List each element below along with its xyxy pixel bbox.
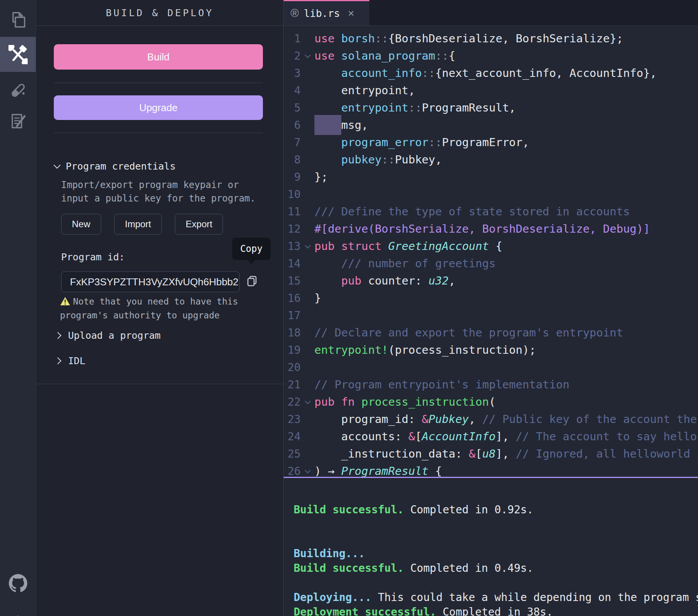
code-text: program_id: &Pubkey, // Public key of th… (314, 411, 698, 428)
fold-column (301, 376, 314, 393)
code-line[interactable]: 6 msg, (284, 117, 698, 134)
idl-toggle[interactable]: IDL (55, 355, 85, 366)
fold-column (301, 324, 314, 341)
line-number: 11 (284, 203, 301, 220)
code-text: entrypoint::ProgramResult, (314, 99, 516, 117)
chevron-right-icon (54, 332, 61, 339)
line-number: 7 (284, 134, 301, 151)
fold-column[interactable] (301, 47, 314, 65)
fold-column (301, 307, 314, 324)
code-text: #[derive(BorshSerialize, BorshDeserializ… (314, 220, 650, 238)
line-number: 19 (284, 341, 301, 359)
code-line[interactable]: 10 (284, 186, 698, 203)
fold-column[interactable] (301, 463, 314, 477)
fold-column (301, 290, 314, 307)
code-line[interactable]: 24 accounts: &[AccountInfo], // The acco… (284, 428, 698, 445)
test-icon[interactable] (0, 73, 36, 108)
separator (54, 83, 263, 83)
terminal-line: Building... (294, 546, 698, 561)
code-text: pub fn process_instruction( (314, 393, 495, 411)
code-line[interactable]: 26) → ProgramResult { (284, 463, 698, 477)
program-id-label: Program id: (61, 251, 125, 263)
copy-icon (246, 275, 258, 287)
export-button[interactable]: Export (175, 214, 223, 235)
fold-column (301, 359, 314, 376)
program-id-input[interactable] (61, 271, 239, 292)
code-line[interactable]: 9}; (284, 168, 698, 186)
code-line[interactable]: 13pub struct GreetingAccount { (284, 238, 698, 255)
tab-close-icon[interactable]: × (348, 7, 354, 20)
upload-program-toggle[interactable]: Upload a program (55, 330, 161, 341)
code-editor[interactable]: ® lib.rs × 1use borsh::{BorshDeserialize… (284, 0, 698, 477)
solana-playground-app: { "colors":{ "accent_pink":"#ee82bd","ac… (0, 0, 698, 616)
code-line[interactable]: 3 account_info::{next_account_info, Acco… (284, 65, 698, 82)
tab-bar: ® lib.rs × (284, 0, 698, 26)
program-credentials-toggle[interactable]: Program credentials (55, 161, 176, 172)
fold-column[interactable] (301, 393, 314, 411)
fold-column[interactable] (301, 238, 314, 255)
fold-chevron-icon (304, 52, 311, 58)
code-line[interactable]: 23 program_id: &Pubkey, // Public key of… (284, 411, 698, 428)
fold-column (301, 411, 314, 428)
fold-column (301, 220, 314, 238)
build-deploy-icon[interactable] (0, 37, 36, 72)
code-line[interactable]: 11/// Define the type of state stored in… (284, 203, 698, 220)
code-line[interactable]: 5 entrypoint::ProgramResult, (284, 99, 698, 117)
code-line[interactable]: 20 (284, 359, 698, 376)
code-line[interactable]: 1use borsh::{BorshDeserialize, BorshSeri… (284, 30, 698, 47)
fold-column (301, 168, 314, 186)
code-line[interactable]: 16} (284, 290, 698, 307)
line-number: 25 (284, 445, 301, 463)
line-number: 6 (284, 117, 301, 134)
line-number: 5 (284, 99, 301, 117)
code-text: }; (314, 168, 328, 186)
code-text: program_error::ProgramError, (314, 134, 529, 151)
code-text: /// number of greetings (314, 255, 495, 272)
terminal[interactable]: Build successful. Completed in 0.92s. Bu… (284, 477, 698, 616)
line-number: 17 (284, 307, 301, 324)
import-button[interactable]: Import (114, 214, 162, 235)
settings-icon[interactable]: ⚙ (0, 604, 36, 616)
tab-librs[interactable]: ® lib.rs × (284, 0, 369, 25)
code-line[interactable]: 18// Declare and export the program's en… (284, 324, 698, 341)
code-line[interactable]: 15 pub counter: u32, (284, 272, 698, 290)
test-tube-icon (9, 82, 27, 100)
code-line[interactable]: 25 _instruction_data: &[u8], // Ignored,… (284, 445, 698, 463)
code-line[interactable]: 12#[derive(BorshSerialize, BorshDeserial… (284, 220, 698, 238)
copy-button[interactable] (246, 275, 258, 288)
new-button[interactable]: New (61, 214, 101, 235)
code-line[interactable]: 22pub fn process_instruction( (284, 393, 698, 411)
code-line[interactable]: 17 (284, 307, 698, 324)
explorer-icon[interactable] (0, 2, 36, 37)
code-line[interactable]: 14 /// number of greetings (284, 255, 698, 272)
code-line[interactable]: 4 entrypoint, (284, 82, 698, 99)
fold-chevron-icon (304, 398, 311, 405)
code-text: account_info::{next_account_info, Accoun… (314, 65, 656, 82)
chevron-right-icon (54, 357, 61, 364)
line-number: 23 (284, 411, 301, 428)
line-number: 12 (284, 220, 301, 238)
code-lines[interactable]: 1use borsh::{BorshDeserialize, BorshSeri… (284, 25, 698, 477)
tutorials-icon[interactable] (0, 105, 36, 138)
code-line[interactable]: 21// Program entrypoint's implementation (284, 376, 698, 393)
code-line[interactable]: 7 program_error::ProgramError, (284, 134, 698, 151)
build-deploy-panel: BUILD & DEPLOY Build Upgrade Program cre… (36, 0, 284, 616)
terminal-line: Deploying... This could take a while dep… (294, 590, 698, 605)
build-button[interactable]: Build (54, 44, 263, 70)
github-icon[interactable] (0, 566, 36, 601)
fold-column (301, 255, 314, 272)
code-line[interactable]: 2use solana_program::{ (284, 47, 698, 65)
panel-card: Build Upgrade Program credentials Import… (36, 25, 283, 384)
code-text: pub counter: u32, (314, 272, 455, 290)
fold-column (301, 134, 314, 151)
code-text: _instruction_data: &[u8], // Ignored, al… (314, 445, 698, 463)
terminal-line: Build successful. Completed in 0.49s. (294, 561, 698, 576)
terminal-line (294, 532, 698, 546)
code-line[interactable]: 8 pubkey::Pubkey, (284, 151, 698, 168)
code-text: // Program entrypoint's implementation (314, 376, 569, 393)
code-line[interactable]: 19entrypoint!(process_instruction); (284, 341, 698, 359)
terminal-line (294, 517, 698, 532)
line-number: 2 (284, 47, 301, 65)
upgrade-button[interactable]: Upgrade (54, 95, 263, 120)
idl-label: IDL (68, 355, 85, 366)
